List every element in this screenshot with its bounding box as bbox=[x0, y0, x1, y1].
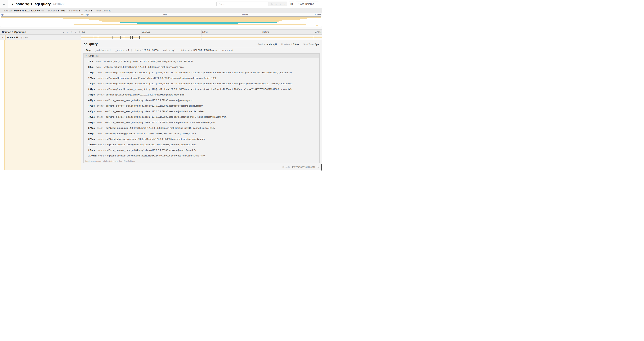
find-input[interactable] bbox=[216, 2, 268, 6]
log-timestamp: 2.7ms: bbox=[88, 149, 96, 151]
log-equals: = bbox=[103, 133, 104, 135]
expand-one-icon[interactable]: › bbox=[67, 31, 68, 33]
span-row: ∨ node sql1 sql query bbox=[0, 35, 322, 40]
log-message: ‹sql/distsql_running.go:1420 [nsql1,clie… bbox=[105, 127, 215, 129]
clear-search-icon[interactable]: × bbox=[284, 3, 285, 5]
time-tick-label: 697.75μs bbox=[141, 31, 150, 33]
chevron-right-icon[interactable]: › bbox=[84, 49, 84, 52]
log-entry[interactable]: ›201μs:event=‹sql/catalog/lease/descript… bbox=[84, 87, 320, 92]
prev-result-icon[interactable]: ∧ bbox=[275, 3, 277, 5]
minimap-span-bar bbox=[74, 24, 306, 25]
log-entry[interactable]: ›34μs:event=‹sql/exec_util.go:2297 [nsql… bbox=[84, 59, 320, 64]
locate-icon[interactable]: ◎ bbox=[270, 3, 272, 5]
log-timestamp: 574μs: bbox=[88, 127, 96, 129]
tag-item[interactable]: _unfinished=1 bbox=[92, 49, 113, 52]
chevron-right-icon: › bbox=[86, 116, 86, 118]
expand-all-icon[interactable]: » bbox=[74, 31, 76, 33]
log-entry[interactable]: ›476μs:event=‹sql/conn_executor_exec.go:… bbox=[84, 103, 320, 109]
log-entry[interactable]: ›189μs:event=‹sql/catalog/lease/descript… bbox=[84, 81, 320, 87]
tag-item[interactable]: node=sql1 bbox=[161, 49, 178, 52]
keyboard-shortcuts-button[interactable]: ⌘ bbox=[289, 2, 294, 7]
top-bar: ← ∨ node sql1: sql query 7418682 ◎ ∧ ∨ ×… bbox=[0, 0, 322, 8]
tag-item[interactable]: statement=SELECT * FROM users bbox=[178, 49, 219, 52]
trace-collapse-chevron-icon[interactable]: ∨ bbox=[12, 3, 14, 6]
log-timestamp: 495μs: bbox=[88, 116, 96, 118]
tag-item[interactable]: _verbose=1 bbox=[113, 49, 132, 52]
log-timestamp: 459μs: bbox=[88, 99, 96, 102]
log-entry[interactable]: ›2.7ms:event=‹sql/conn_executor_exec.go:… bbox=[84, 147, 320, 153]
log-equals: = bbox=[103, 77, 104, 79]
log-field-key: event bbox=[97, 121, 102, 124]
log-field-key: event bbox=[98, 154, 104, 157]
span-collapse-chevron-icon[interactable]: ∨ bbox=[2, 36, 5, 39]
log-event-tick bbox=[120, 36, 121, 39]
scrollbar-thumb[interactable] bbox=[321, 164, 322, 171]
trace-minimap: 0μs697.75μs1.4ms2.09ms2.79ms bbox=[0, 13, 322, 30]
minimap-canvas[interactable] bbox=[1, 17, 321, 26]
span-id-row: SpanID: 4877749850101760812 bbox=[282, 166, 319, 168]
span-stat: Start Time:0μs bbox=[301, 43, 319, 46]
log-timestamp: 476μs: bbox=[88, 105, 96, 107]
span-id-label: SpanID: bbox=[282, 166, 290, 168]
log-event-tick bbox=[123, 36, 123, 39]
chevron-right-icon: › bbox=[86, 138, 86, 140]
span-detail-row: sql query Service:node sql1Duration:2.79… bbox=[0, 40, 322, 170]
tags-label: Tags: bbox=[86, 49, 92, 52]
tag-item[interactable]: client=127.0.0.1:59936 bbox=[132, 49, 161, 52]
log-entry[interactable]: ›366μs:event=‹sql/plan_opt.go:358 [nsql1… bbox=[84, 92, 320, 98]
log-field-key: event bbox=[98, 143, 104, 146]
minimap-span-bar bbox=[120, 22, 277, 23]
collapse-all-icon[interactable]: » bbox=[70, 31, 72, 33]
log-entry[interactable]: ›142μs:event=‹sql/catalog/lease/descript… bbox=[84, 70, 320, 75]
span-name-cell[interactable]: ∨ node sql1 sql query bbox=[0, 35, 81, 40]
log-message: ‹sql/plan_opt.go:358 [nsql1,client=127.0… bbox=[105, 93, 184, 96]
span-stat: Duration:2.79ms bbox=[279, 43, 301, 46]
minimap-left-scrubber[interactable] bbox=[1, 17, 2, 26]
span-bar-cell[interactable] bbox=[81, 35, 322, 40]
log-entry[interactable]: ›2.79ms:event=‹sql/conn_executor_exec.go… bbox=[84, 153, 320, 159]
log-field-key: event bbox=[97, 149, 102, 151]
span-operation-name: sql query bbox=[20, 36, 28, 39]
log-message: ‹sql/conn_executor_exec.go:2046 [nsql1,c… bbox=[107, 154, 205, 157]
chevron-down-icon: ∨ bbox=[316, 3, 317, 5]
trace-stat: Total Spans10 bbox=[94, 9, 113, 12]
trace-summary-bar: Trace StartMarch 31 2022, 17:25:09.326Du… bbox=[0, 8, 322, 13]
minimap-span-bar bbox=[1, 17, 321, 18]
log-equals: = bbox=[104, 144, 106, 146]
trace-view-selector[interactable]: Trace Timeline ∨ bbox=[296, 2, 319, 7]
log-entry[interactable]: ›678μs:event=‹sql/distsql_physical_plann… bbox=[84, 136, 320, 142]
log-timestamp: 366μs: bbox=[88, 93, 96, 96]
log-entry[interactable]: ›176μs:event=‹sql/catalog/descs/descript… bbox=[84, 75, 320, 81]
log-field-key: event bbox=[97, 77, 102, 79]
back-arrow-icon: ← bbox=[2, 2, 6, 6]
column-resize-grip[interactable] bbox=[79, 31, 80, 33]
log-timestamp: 486μs: bbox=[88, 110, 96, 113]
logs-header[interactable]: ∨ Logs (18) bbox=[84, 54, 320, 58]
back-button[interactable]: ← bbox=[0, 0, 8, 8]
collapse-one-icon[interactable]: ∨ bbox=[63, 31, 64, 33]
timeline-ruler: 0μs697.75μs1.4ms2.09ms2.79ms bbox=[81, 30, 322, 35]
next-result-icon[interactable]: ∨ bbox=[280, 3, 281, 5]
log-field-key: event bbox=[97, 138, 102, 140]
tag-item[interactable]: user=root bbox=[219, 49, 235, 52]
log-entry[interactable]: ›486μs:event=‹sql/conn_executor_exec.go:… bbox=[84, 109, 320, 114]
minimap-right-scrubber[interactable] bbox=[320, 17, 321, 26]
log-field-key: event bbox=[97, 93, 102, 96]
log-entry[interactable]: ›597μs:event=‹sql/distsql_running.go:498… bbox=[84, 131, 320, 136]
log-entry[interactable]: ›502μs:event=‹sql/conn_executor_exec.go:… bbox=[84, 120, 320, 125]
log-entry[interactable]: ›574μs:event=‹sql/distsql_running.go:142… bbox=[84, 125, 320, 131]
deep-link-icon[interactable] bbox=[317, 166, 319, 168]
log-message: ‹sql/distsql_physical_planner.go:828 [ns… bbox=[105, 138, 205, 140]
log-entry[interactable]: ›459μs:event=‹sql/conn_executor_exec.go:… bbox=[84, 98, 320, 103]
span-detail-header: sql query Service:node sql1Duration:2.79… bbox=[84, 40, 320, 48]
log-entry[interactable]: ›80μs:event=‹sql/plan_opt.go:358 [nsql1,… bbox=[84, 64, 320, 70]
log-field-key: event bbox=[97, 110, 102, 113]
log-entry[interactable]: ›495μs:event=‹sql/conn_executor_exec.go:… bbox=[84, 114, 320, 120]
tags-row[interactable]: › Tags: _unfinished=1_verbose=1client=12… bbox=[84, 48, 320, 53]
log-entry[interactable]: ›2.69ms:event=‹sql/conn_executor_exec.go… bbox=[84, 142, 320, 147]
log-field-key: event bbox=[97, 82, 102, 85]
log-equals: = bbox=[103, 72, 104, 74]
log-event-tick bbox=[112, 36, 113, 39]
ruler-gridline bbox=[202, 30, 202, 35]
trace-stat: Depth6 bbox=[82, 9, 94, 12]
